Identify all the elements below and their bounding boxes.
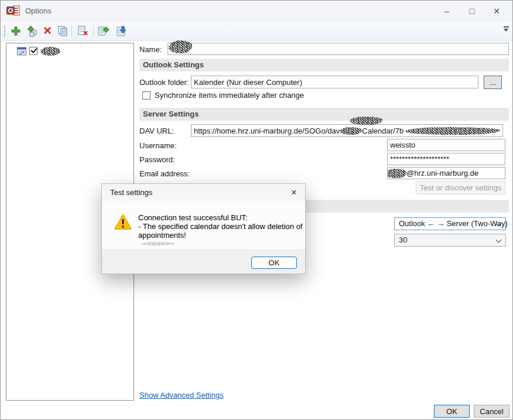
title-bar: O Options – □ ✕ — [1, 1, 512, 22]
toolbar-overflow-icon[interactable] — [502, 26, 509, 33]
redacted-url-overflow — [350, 117, 382, 125]
delete-profile-icon[interactable] — [40, 23, 55, 39]
sync-immediately-checkbox[interactable] — [142, 91, 151, 100]
export-profiles-icon[interactable] — [96, 23, 111, 39]
options-window: O Options – □ ✕ — [0, 0, 513, 420]
username-label: Username: — [139, 141, 177, 150]
add-profile-icon[interactable] — [8, 23, 23, 39]
ok-button[interactable]: OK — [434, 405, 470, 418]
close-button[interactable]: ✕ — [487, 2, 507, 20]
test-settings-dialog: Test settings ✕ Connection test successf… — [101, 183, 306, 274]
minimize-button[interactable]: – — [437, 2, 457, 20]
copy-profile-icon[interactable] — [55, 23, 70, 39]
window-title: Options — [25, 6, 52, 15]
app-icon: O — [6, 5, 20, 16]
sync-interval-select[interactable]: 30 — [394, 234, 506, 247]
dav-url-input[interactable]: https://home.hrz.uni-marburg.de/SOGo/dav… — [191, 124, 503, 137]
test-settings-button: Test or discover settings — [416, 181, 505, 194]
toolbar-separator — [93, 26, 94, 37]
toolbar — [1, 22, 513, 41]
username-input[interactable]: weissto — [387, 139, 505, 151]
dav-url-label: DAV URL: — [139, 127, 174, 135]
sync-immediately-row: Synchronize items immediately after chan… — [142, 91, 304, 100]
add-multiple-profiles-icon[interactable] — [25, 23, 40, 39]
redacted-name-value — [169, 40, 192, 53]
profile-enabled-checkbox[interactable] — [29, 47, 37, 55]
email-input[interactable]: @hrz.uni-marburg.de — [387, 167, 505, 179]
redacted-url-part — [405, 127, 500, 135]
toolbar-separator — [71, 26, 72, 37]
outlook-folder-label: Outlook folder: — [139, 78, 189, 87]
profile-list-item[interactable] — [17, 46, 60, 56]
outlook-folder-input[interactable]: Kalender (Nur dieser Computer) — [191, 76, 478, 88]
browse-folder-button[interactable]: ... — [484, 76, 502, 89]
maximize-button[interactable]: □ — [462, 2, 482, 20]
clear-cache-icon[interactable] — [75, 23, 90, 39]
calendar-icon — [17, 47, 26, 56]
outlook-settings-header: Outlook Settings — [139, 59, 509, 71]
redacted-url-part — [340, 127, 362, 135]
sync-mode-select[interactable]: Outlook ← → Server (Two-Way) — [394, 217, 506, 230]
dialog-ok-button[interactable]: OK — [251, 257, 297, 269]
svg-text:O: O — [8, 7, 13, 14]
server-settings-header: Server Settings — [139, 108, 509, 121]
dialog-close-icon[interactable]: ✕ — [284, 184, 304, 201]
name-label: Name: — [139, 45, 162, 54]
warning-icon — [114, 214, 132, 233]
redacted-dialog-text — [141, 242, 175, 245]
show-advanced-settings-link[interactable]: Show Advanced Settings — [139, 391, 224, 399]
redacted-profile-name — [40, 47, 60, 56]
name-input[interactable] — [167, 43, 509, 55]
toolbar-grip-icon[interactable] — [4, 26, 5, 37]
email-label: Email address: — [139, 169, 190, 178]
sync-immediately-label: Synchronize items immediately after chan… — [155, 91, 304, 100]
import-profiles-icon[interactable] — [114, 23, 129, 39]
dialog-message: Connection test successful BUT: - The sp… — [138, 213, 309, 240]
redacted-email-local-part — [387, 169, 406, 178]
password-input[interactable]: ******************** — [387, 153, 505, 165]
dialog-title: Test settings — [102, 184, 305, 201]
cancel-button[interactable]: Cancel — [474, 405, 509, 418]
password-label: Password: — [139, 155, 175, 164]
chevron-down-icon — [496, 237, 502, 243]
